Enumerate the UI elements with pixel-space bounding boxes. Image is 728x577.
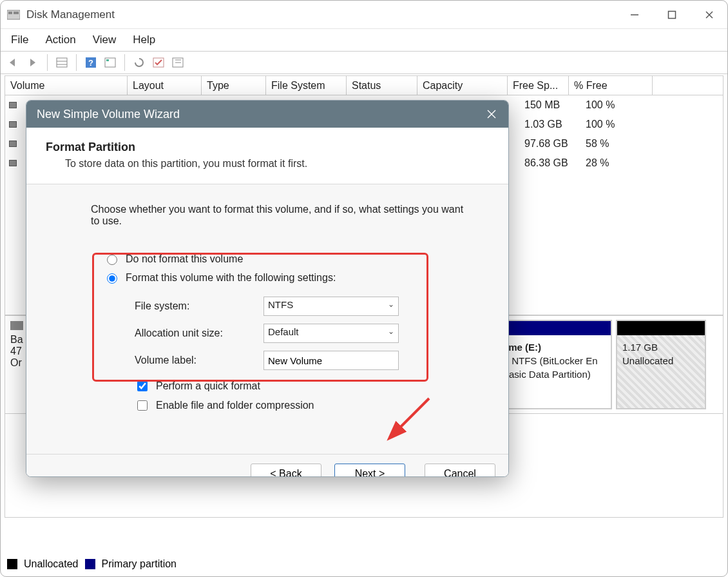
format-settings: File system: NTFS Allocation unit size: … — [135, 293, 470, 374]
legend-unallocated-label: Unallocated — [24, 558, 79, 570]
partition-detail: B NTFS (BitLocker En — [503, 355, 598, 366]
legend-primary-label: Primary partition — [102, 558, 177, 570]
back-icon[interactable] — [6, 55, 21, 70]
checkbox-quick-format-input[interactable] — [137, 381, 148, 391]
radio-no-format-label: Do not format this volume — [126, 253, 243, 265]
col-status[interactable]: Status — [347, 76, 417, 95]
wizard-title: New Simple Volume Wizard — [37, 108, 180, 121]
wizard-heading: Format Partition — [46, 141, 489, 154]
table-header: Volume Layout Type File System Status Ca… — [5, 76, 723, 95]
partition-detail: Basic Data Partition) — [503, 369, 591, 380]
radio-format-input[interactable] — [107, 273, 117, 284]
check-icon[interactable] — [151, 55, 166, 70]
svg-rect-7 — [57, 58, 67, 67]
wizard-titlebar: New Simple Volume Wizard — [26, 101, 508, 128]
wizard-intro: Choose whether you want to format this v… — [91, 204, 470, 227]
svg-text:?: ? — [88, 58, 93, 68]
unallocated-label: Unallocated — [622, 355, 673, 366]
checkbox-compression-input[interactable] — [137, 400, 148, 411]
legend-unallocated-icon — [7, 559, 17, 569]
col-type[interactable]: Type — [202, 76, 266, 95]
label-volume: Volume label: — [135, 355, 263, 366]
properties-icon[interactable] — [170, 55, 186, 70]
radio-no-format-input[interactable] — [107, 255, 117, 265]
next-button[interactable]: Next > — [334, 464, 405, 478]
close-button[interactable] — [702, 7, 717, 23]
wizard-subheading: To store data on this partition, you mus… — [65, 158, 489, 170]
col-filesystem[interactable]: File System — [266, 76, 347, 95]
partition-unallocated[interactable]: 1.17 GB Unallocated — [616, 320, 706, 409]
radio-no-format[interactable]: Do not format this volume — [104, 253, 470, 265]
checkbox-quick-format-label: Perform a quick format — [156, 380, 260, 392]
menubar: File Action View Help — [1, 29, 727, 51]
col-layout[interactable]: Layout — [128, 76, 202, 95]
volume-icon — [9, 141, 17, 147]
legend-primary-icon — [85, 559, 95, 569]
list-icon[interactable] — [102, 55, 118, 70]
window-title: Disk Management — [26, 8, 115, 21]
toolbar: ? — [1, 51, 727, 74]
refresh-icon[interactable] — [131, 55, 147, 70]
grid-icon[interactable] — [54, 55, 70, 70]
app-icon — [7, 9, 20, 21]
titlebar: Disk Management — [1, 1, 727, 29]
back-button[interactable]: < Back — [251, 464, 321, 478]
menu-action[interactable]: Action — [45, 34, 75, 46]
col-pct[interactable]: % Free — [569, 76, 653, 95]
label-filesystem: File system: — [135, 300, 263, 312]
volume-icon — [9, 121, 17, 128]
svg-rect-2 — [14, 12, 19, 14]
menu-file[interactable]: File — [11, 34, 28, 46]
cancel-button[interactable]: Cancel — [425, 464, 495, 478]
forward-icon[interactable] — [25, 55, 41, 70]
col-capacity[interactable]: Capacity — [417, 76, 508, 95]
volume-icon — [9, 102, 17, 108]
menu-help[interactable]: Help — [133, 34, 155, 46]
minimize-button[interactable] — [627, 7, 642, 23]
label-alloc: Allocation unit size: — [135, 328, 263, 339]
radio-format-label: Format this volume with the following se… — [126, 272, 336, 284]
legend: Unallocated Primary partition — [7, 558, 177, 570]
wizard-header: Format Partition To store data on this p… — [26, 128, 508, 184]
disk-icon — [10, 321, 23, 330]
col-volume[interactable]: Volume — [5, 76, 128, 95]
maximize-button[interactable] — [664, 7, 680, 23]
volume-icon — [9, 160, 17, 166]
col-free[interactable]: Free Sp... — [508, 76, 569, 95]
checkbox-quick-format[interactable]: Perform a quick format — [135, 379, 470, 393]
wizard-footer: < Back Next > Cancel — [26, 454, 508, 477]
wizard-body: Choose whether you want to format this v… — [26, 184, 508, 454]
wizard-dialog: New Simple Volume Wizard Format Partitio… — [26, 100, 509, 477]
svg-rect-4 — [669, 11, 676, 18]
wizard-close-button[interactable] — [485, 108, 498, 121]
select-filesystem[interactable]: NTFS — [263, 297, 399, 316]
radio-format[interactable]: Format this volume with the following se… — [104, 271, 470, 284]
input-volume-label[interactable] — [263, 351, 399, 370]
checkbox-compression-label: Enable file and folder compression — [156, 400, 314, 411]
svg-rect-1 — [8, 12, 12, 14]
select-alloc[interactable]: Default — [263, 324, 399, 343]
partition-e[interactable]: ume (E:) B NTFS (BitLocker En Basic Data… — [496, 320, 612, 409]
checkbox-compression[interactable]: Enable file and folder compression — [135, 398, 470, 413]
unallocated-size: 1.17 GB — [622, 342, 658, 353]
svg-rect-13 — [106, 59, 109, 61]
help-icon[interactable]: ? — [83, 55, 99, 70]
menu-view[interactable]: View — [93, 34, 117, 46]
